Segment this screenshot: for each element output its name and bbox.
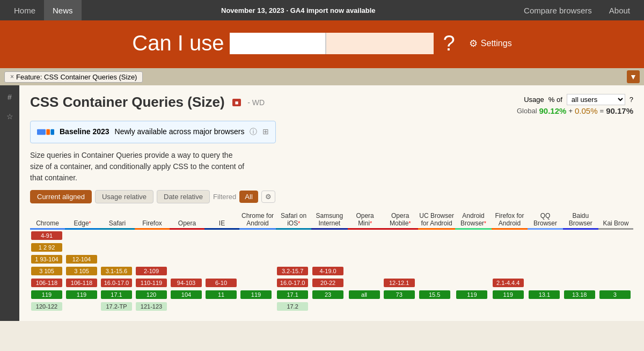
- version-box[interactable]: 3.1-15.6: [101, 267, 132, 275]
- table-cell: 16.0-17.0: [276, 277, 311, 289]
- filter-current-aligned[interactable]: Current aligned: [30, 190, 92, 203]
- table-cell: 2.1-4.4.4: [492, 277, 528, 289]
- version-box[interactable]: 11: [206, 290, 237, 299]
- settings-button[interactable]: ⚙ Settings: [469, 38, 512, 49]
- spec-badge: ■: [232, 99, 241, 106]
- browser-col-android-browser: Android Browser*: [455, 210, 491, 229]
- table-cell: [563, 229, 598, 242]
- table-cell: 3.2-15.7: [276, 265, 311, 277]
- usage-select[interactable]: all users tracked users: [567, 94, 625, 105]
- version-box[interactable]: 119: [456, 290, 487, 299]
- version-box[interactable]: 3 105: [31, 267, 62, 275]
- nav-right: Compare browsers About: [515, 0, 639, 20]
- filter-all-button[interactable]: All: [239, 191, 258, 203]
- table-cell: 13.18: [563, 289, 598, 301]
- table-cell: [348, 265, 383, 277]
- baseline-share-icon[interactable]: ⊞: [262, 127, 269, 136]
- table-row: 106-118106-11816.0-17.0110-11994-1036-10…: [30, 277, 633, 289]
- table-cell: 4-91: [30, 229, 65, 242]
- version-box[interactable]: 119: [66, 290, 97, 299]
- version-box[interactable]: 13.18: [564, 290, 595, 299]
- nav-home[interactable]: Home: [5, 0, 44, 20]
- table-cell: 17.1: [100, 289, 135, 301]
- nav-about[interactable]: About: [601, 0, 639, 20]
- tab-close-icon[interactable]: ×: [10, 73, 14, 81]
- version-box[interactable]: 23: [312, 290, 343, 299]
- version-box[interactable]: 4-19.0: [312, 267, 343, 275]
- tab-item[interactable]: × Feature: CSS Container Queries (Size): [4, 71, 143, 83]
- version-box[interactable]: 12-104: [66, 255, 97, 264]
- browser-table: ChromeEdge*SafariFirefoxOperaIEChrome fo…: [30, 210, 633, 312]
- filter-settings-icon[interactable]: ⚙: [261, 191, 275, 203]
- version-box[interactable]: 16.0-17.0: [277, 279, 308, 287]
- table-cell: [418, 253, 456, 265]
- table-cell: [528, 253, 562, 265]
- table-cell: [455, 253, 491, 265]
- baseline-logo-icon: [37, 126, 54, 138]
- filter-date-relative[interactable]: Date relative: [157, 190, 210, 203]
- version-box[interactable]: all: [349, 290, 380, 299]
- version-box[interactable]: 106-118: [66, 279, 97, 287]
- baseline-text: Baseline 2023 Newly available across maj…: [60, 127, 269, 137]
- version-box[interactable]: 17.2: [277, 302, 308, 311]
- version-box[interactable]: 121-123: [136, 302, 167, 311]
- version-box[interactable]: 15.5: [419, 290, 450, 299]
- table-cell: 3 105: [65, 265, 100, 277]
- table-cell: [383, 229, 418, 242]
- filter-icon[interactable]: ▼: [627, 70, 640, 83]
- table-cell: 119: [239, 289, 276, 301]
- table-cell: 23: [311, 289, 347, 301]
- browser-col-firefox-for-android: Firefox for Android: [492, 210, 528, 229]
- table-cell: 104: [170, 289, 204, 301]
- version-box[interactable]: 12-12.1: [384, 279, 415, 287]
- version-box[interactable]: 6-10: [206, 279, 237, 287]
- svg-rect-1: [46, 129, 50, 135]
- asterisk-icon: *: [484, 221, 486, 226]
- version-box[interactable]: 2-109: [136, 267, 167, 275]
- version-box[interactable]: 1 93-104: [31, 255, 62, 264]
- version-box[interactable]: 94-103: [171, 279, 202, 287]
- table-cell: [170, 229, 204, 242]
- version-box[interactable]: 1 2 92: [31, 243, 62, 252]
- table-cell: 1 93-104: [30, 253, 65, 265]
- version-box[interactable]: 17.2-TP: [101, 302, 132, 311]
- filter-usage-relative[interactable]: Usage relative: [95, 190, 153, 203]
- table-row: 120-12217.2-TP121-12317.2: [30, 301, 633, 312]
- version-box[interactable]: 119: [493, 290, 524, 299]
- feature-header: CSS Container Queries (Size) ■ - WD Usag…: [30, 94, 633, 115]
- version-box[interactable]: 73: [384, 290, 415, 299]
- version-box[interactable]: 119: [31, 290, 62, 299]
- sidebar-hash-icon[interactable]: #: [2, 90, 17, 105]
- version-box[interactable]: 110-119: [136, 279, 167, 287]
- version-box[interactable]: 120: [136, 290, 167, 299]
- version-box[interactable]: 3 105: [66, 267, 97, 275]
- version-box[interactable]: 13.1: [529, 290, 560, 299]
- table-cell: 119: [65, 289, 100, 301]
- version-box[interactable]: 4-91: [31, 231, 62, 240]
- version-box[interactable]: 104: [171, 290, 202, 299]
- version-box[interactable]: 3.2-15.7: [277, 267, 308, 275]
- version-box[interactable]: 3: [599, 290, 631, 299]
- version-box[interactable]: 106-118: [31, 279, 62, 287]
- version-box[interactable]: 119: [240, 290, 272, 299]
- browser-col-chrome-for-android: Chrome for Android: [239, 210, 276, 229]
- baseline-info-icon[interactable]: ⓘ: [250, 127, 257, 136]
- table-cell: [528, 242, 562, 253]
- search-input-left[interactable]: [230, 33, 326, 54]
- nav-compare[interactable]: Compare browsers: [515, 0, 601, 20]
- sidebar-star-icon[interactable]: ☆: [2, 109, 17, 124]
- wd-label: - WD: [247, 98, 265, 107]
- version-box[interactable]: 16.0-17.0: [101, 279, 132, 287]
- version-box[interactable]: 17.1: [101, 290, 132, 299]
- hero-title: Can I use: [132, 31, 224, 55]
- version-box[interactable]: 120-122: [31, 302, 62, 311]
- version-box[interactable]: 17.1: [277, 290, 308, 299]
- table-cell: [204, 229, 239, 242]
- table-cell: [418, 265, 456, 277]
- version-box[interactable]: 2.1-4.4.4: [493, 279, 524, 287]
- version-box[interactable]: 20-22: [312, 279, 343, 287]
- table-cell: 17.1: [276, 289, 311, 301]
- nav-news[interactable]: News: [44, 0, 82, 20]
- search-input-right[interactable]: [326, 33, 434, 54]
- table-cell: [239, 242, 276, 253]
